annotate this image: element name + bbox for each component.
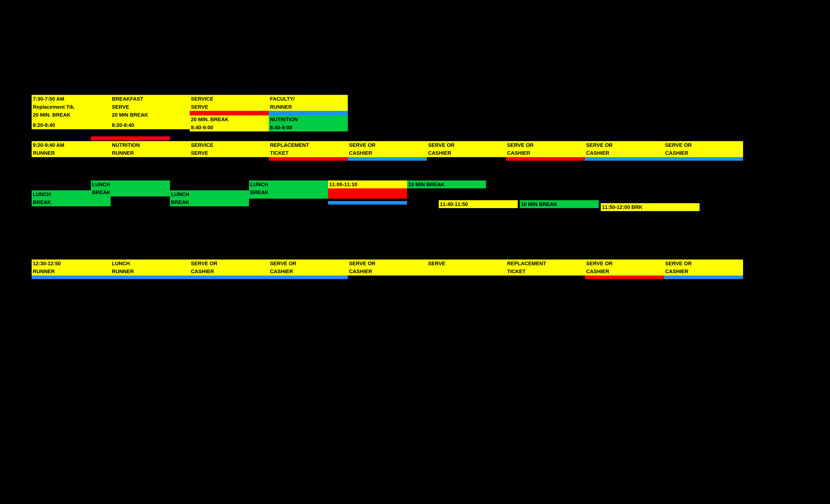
blue-stripe-s2-col8 <box>664 157 743 161</box>
cell-serve-2: SERVE <box>190 103 269 111</box>
cell-serve-or-s4-3: SERVE OR <box>348 259 427 267</box>
blue-stripe-s4-col0 <box>32 276 111 279</box>
red-stripe-s4-col7 <box>585 276 664 279</box>
cell-service-2: SERVICE <box>190 141 269 149</box>
cell-serve-or-1: SERVE OR <box>348 141 427 149</box>
section-lunch: LUNCH BREAK LUNCH BREAK LUNCH BREAK LUNC… <box>32 181 743 220</box>
cell-serve-or-4: SERVE OR <box>585 141 664 149</box>
cell-cashier-s4-3: CASHIER <box>348 267 427 276</box>
blue-stripe-s4-col1 <box>111 276 190 279</box>
cell-840-900-2: 8:40-9:00 <box>269 124 348 132</box>
section-920: 9:20-9:40 AM NUTRITION SERVICE REPLACEME… <box>32 141 743 161</box>
cell-20min-break-2: 20 MIN BREAK <box>111 111 190 121</box>
cell-cashier-s4-5: CASHIER <box>664 267 743 276</box>
cell-820-840-2: 8:20-8:40 <box>111 121 190 129</box>
cell-lunch-2: LUNCH <box>91 181 170 189</box>
cell-lunch-4: LUNCH <box>249 181 328 189</box>
cell-break-4: BREAK <box>249 188 328 199</box>
cell-runner-s4-1: RUNNER <box>32 267 111 276</box>
cell-replacement-tik: Replacement Tik. <box>32 103 111 111</box>
red-stripe-below <box>91 136 170 140</box>
cell-ticket-s4: TICKET <box>506 267 585 276</box>
cell-cashier-5: CASHIER <box>664 149 743 157</box>
cell-lunch-label: LUNCH <box>111 259 190 267</box>
lunch-block-right: LUNCH 11:00-11:10 10 MIN BREAK BREAK <box>249 181 486 199</box>
blue-stripe-s4-col8 <box>664 276 743 279</box>
cell-cashier-3: CASHIER <box>506 149 585 157</box>
cell-time-920: 9:20-9:40 AM <box>32 141 111 149</box>
lunch-break-block-2: LUNCH BREAK <box>91 181 170 196</box>
cell-ticket: TICKET <box>269 149 348 157</box>
cell-time-730: 7:30-7:50 AM <box>32 95 111 103</box>
section-breakfast: 7:30-7:50 AM BREAKFAST SERVICE FACULTY/ … <box>32 95 743 129</box>
red-stripe-lunch <box>328 188 407 199</box>
red-stripe-s2-col6 <box>506 157 585 161</box>
cell-1150-text: 11:50-12:00 BRK <box>601 203 700 211</box>
cell-cashier-s4-4: CASHIER <box>585 267 664 276</box>
cell-nutrition: NUTRITION <box>269 116 348 124</box>
cell-840-900-1: 8:40-9:00 <box>190 124 269 132</box>
cell-20min-break-1: 20 MIN. BREAK <box>32 111 111 121</box>
cell-cashier-4: CASHIER <box>585 149 664 157</box>
cell-break-2: BREAK <box>91 188 170 196</box>
cell-runner-3: RUNNER <box>111 149 190 157</box>
cell-service: SERVICE <box>190 95 269 103</box>
cell-nutrition-2: NUTRITION <box>111 141 190 149</box>
cell-10min-break-1: 10 MIN BREAK <box>407 181 486 189</box>
cell-serve-or-3: SERVE OR <box>506 141 585 149</box>
cell-820-840-1: 8:20-8:40 <box>32 121 111 129</box>
cell-break-1: BREAK <box>32 198 111 206</box>
blue-stripe-s4-col2 <box>190 276 269 279</box>
cell-cashier-2: CASHIER <box>427 149 506 157</box>
cell-lunch-3: LUNCH <box>170 190 249 198</box>
cell-serve-or-s4-5: SERVE OR <box>664 259 743 267</box>
cell-cashier-s4-1: CASHIER <box>190 267 269 276</box>
cell-20min-break-3: 20 MIN. BREAK <box>190 116 269 124</box>
cell-serve-3: SERVE <box>190 149 269 157</box>
cell-runner: RUNNER <box>269 103 348 111</box>
cell-1150: 11:50-12:00 BRK <box>601 203 700 211</box>
blue-stripe-s2-col7 <box>585 157 664 161</box>
cell-10min-break-2: 10 MIN BREAK <box>520 200 599 208</box>
section-1230: 12:30-12:50 LUNCH SERVE OR SERVE OR SERV… <box>32 259 743 279</box>
cell-10min-2: 10 MIN BREAK <box>520 200 599 208</box>
cell-break-3: BREAK <box>170 198 249 206</box>
cell-serve-s4: SERVE <box>427 259 506 267</box>
schedule-container: 7:30-7:50 AM BREAKFAST SERVICE FACULTY/ … <box>32 95 743 279</box>
red-stripe-s2-col3 <box>269 157 348 161</box>
cell-serve-1: SERVE <box>111 103 190 111</box>
blue-stripe-s4-col3 <box>269 276 348 279</box>
cell-replacement-s4: REPLACEMENT <box>506 259 585 267</box>
cell-1140: 11:40-11:50 <box>439 200 518 208</box>
cell-runner-2: RUNNER <box>32 149 111 157</box>
cell-serve-or-s4-2: SERVE OR <box>269 259 348 267</box>
cell-serve-or-s4-1: SERVE OR <box>190 259 269 267</box>
lunch-break-block-3: LUNCH BREAK <box>170 190 249 206</box>
cell-cashier-s4-2: CASHIER <box>269 267 348 276</box>
cell-serve-or-s4-4: SERVE OR <box>585 259 664 267</box>
blue-stripe-s2-col4 <box>348 157 427 161</box>
cell-replacement: REPLACEMENT <box>269 141 348 149</box>
blue-stripe-lunch <box>328 201 407 204</box>
cell-1100: 11:00-11:10 <box>328 181 407 189</box>
cell-serve-or-2: SERVE OR <box>427 141 506 149</box>
cell-breakfast: BREAKFAST <box>111 95 190 103</box>
cell-empty-s4 <box>427 267 506 276</box>
cell-1140-text: 11:40-11:50 <box>439 200 518 208</box>
cell-cashier-1: CASHIER <box>348 149 427 157</box>
cell-time-1230: 12:30-12:50 <box>32 259 111 267</box>
cell-faculty: FACULTY/ <box>269 95 348 103</box>
cell-runner-s4-2: RUNNER <box>111 267 190 276</box>
cell-serve-or-5: SERVE OR <box>664 141 743 149</box>
